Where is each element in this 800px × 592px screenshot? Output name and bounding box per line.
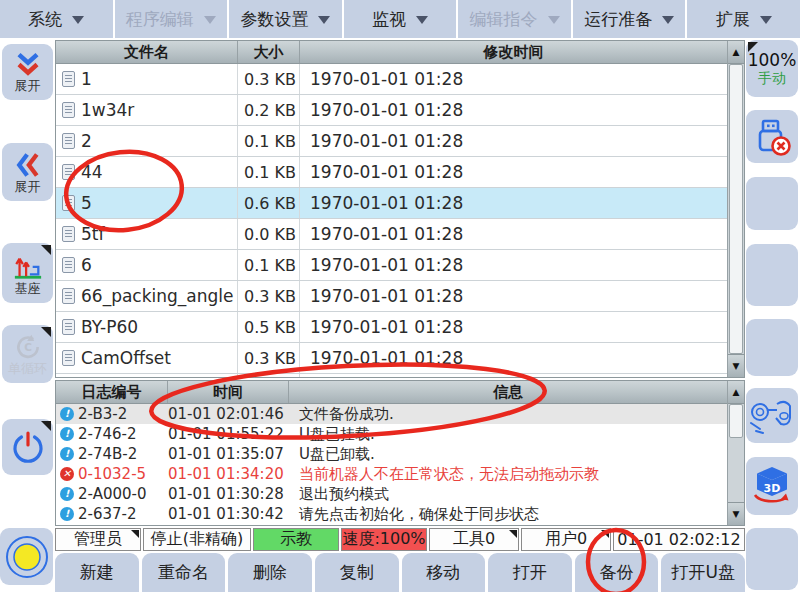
- log-table: 日志编号 时间 信息 !2-B3-2 01-01 02:01:46 文件备份成功…: [55, 380, 745, 526]
- rename-button[interactable]: 重命名: [142, 553, 226, 592]
- backup-button[interactable]: 备份: [575, 553, 659, 592]
- column-header-filename[interactable]: 文件名: [56, 41, 238, 63]
- menu-item-extend[interactable]: 扩展: [687, 0, 800, 38]
- sidebar-button-label: 基座: [15, 282, 41, 296]
- file-row[interactable]: 1 0.3 KB 1970-01-01 01:28: [56, 64, 727, 95]
- sidebar-servo-button[interactable]: [0, 528, 53, 585]
- new-file-button[interactable]: 新建: [55, 553, 139, 592]
- file-mtime: 1970-01-01 01:28: [300, 126, 727, 156]
- column-header-log-time[interactable]: 时间: [168, 381, 289, 403]
- file-row[interactable]: 5tf 0.0 KB 1970-01-01 01:28: [56, 219, 727, 250]
- file-row[interactable]: CamOffset 0.3 KB 1970-01-01 01:28: [56, 343, 727, 374]
- file-row[interactable]: INSPIRE_Hand_test_ 1.4 KB 1970-01-01 01:…: [56, 374, 727, 378]
- chevron-down-icon: [204, 16, 216, 24]
- button-label: 删除: [253, 561, 287, 584]
- file-name: BY-P60: [81, 317, 138, 337]
- log-scrollbar[interactable]: ▲ ▼: [727, 381, 744, 525]
- menu-item-program-edit[interactable]: 程序编辑: [115, 0, 228, 38]
- button-label: 重命名: [158, 561, 209, 584]
- file-icon: [62, 257, 75, 273]
- sidebar-base-frame-button[interactable]: 基座: [2, 243, 53, 303]
- sidebar-power-button[interactable]: [2, 419, 53, 475]
- column-header-size[interactable]: 大小: [238, 41, 300, 63]
- column-header-log-message[interactable]: 信息: [289, 381, 727, 403]
- menu-item-edit-command[interactable]: 编辑指令: [458, 0, 571, 38]
- menu-label: 运行准备: [584, 8, 652, 31]
- status-user-role[interactable]: 管理员: [55, 528, 141, 551]
- menu-label: 系统: [28, 8, 62, 31]
- menu-item-run-prepare[interactable]: 运行准备: [573, 0, 686, 38]
- column-header-log-code[interactable]: 日志编号: [56, 381, 168, 403]
- file-list-scrollbar[interactable]: ▲ ▼: [727, 41, 744, 377]
- file-row[interactable]: BY-P60 0.5 KB 1970-01-01 01:28: [56, 312, 727, 343]
- right-sidebar-empty-slot-2[interactable]: [746, 244, 798, 306]
- file-row-selected[interactable]: 5 0.6 KB 1970-01-01 01:28: [56, 188, 727, 219]
- log-row[interactable]: !2-637-2 01-01 01:30:42 请先点击初始化，确保处于同步状态: [56, 504, 727, 524]
- file-row[interactable]: 44 0.1 KB 1970-01-01 01:28: [56, 157, 727, 188]
- column-header-mtime[interactable]: 修改时间: [300, 41, 727, 63]
- sidebar-expand-left-button[interactable]: 展开: [2, 143, 53, 201]
- status-clock: 01-01 02:02:12: [613, 528, 745, 551]
- usb-eject-button[interactable]: [746, 110, 798, 163]
- log-message: U盘已挂载.: [289, 425, 727, 444]
- file-mtime: 1970-01-01 01:28: [300, 281, 727, 311]
- log-message: U盘已卸载.: [289, 445, 727, 464]
- file-name: CamOffset: [81, 348, 171, 368]
- delete-button[interactable]: 删除: [228, 553, 312, 592]
- log-row-selected[interactable]: !2-B3-2 01-01 02:01:46 文件备份成功.: [56, 404, 727, 424]
- move-button[interactable]: 移动: [402, 553, 486, 592]
- drag-teach-button[interactable]: [746, 388, 798, 443]
- log-row-error[interactable]: ✕0-1032-5 01-01 01:34:20 当前机器人不在正常状态，无法启…: [56, 464, 727, 484]
- scroll-up-icon[interactable]: ▲: [728, 381, 744, 404]
- log-row[interactable]: !2-746-2 01-01 01:55:22 U盘已挂载.: [56, 424, 727, 444]
- file-row[interactable]: 2 0.1 KB 1970-01-01 01:28: [56, 126, 727, 157]
- sidebar-expand-down-button[interactable]: 展开: [2, 44, 53, 100]
- sidebar-button-label: 单循环: [8, 362, 47, 376]
- status-user-frame[interactable]: 用户0: [521, 528, 611, 551]
- scrollbar-thumb[interactable]: [729, 64, 743, 354]
- chevron-down-icon: [662, 16, 674, 24]
- button-label: 打开: [513, 561, 547, 584]
- file-row[interactable]: 6 0.1 KB 1970-01-01 01:28: [56, 250, 727, 281]
- scroll-up-icon[interactable]: ▲: [728, 41, 744, 64]
- file-row[interactable]: 1w34r 0.2 KB 1970-01-01 01:28: [56, 95, 727, 126]
- view-3d-button[interactable]: 3D: [746, 457, 798, 515]
- menu-item-system[interactable]: 系统: [0, 0, 113, 38]
- base-coordinate-icon: [12, 251, 44, 281]
- file-name: 5: [81, 193, 92, 213]
- log-code: 0-1032-5: [78, 465, 146, 483]
- info-icon: !: [60, 407, 74, 421]
- corner-mark-icon: [41, 327, 51, 337]
- file-row[interactable]: 66_packing_angle 0.3 KB 1970-01-01 01:28: [56, 281, 727, 312]
- cube-3d-icon: 3D: [749, 465, 795, 507]
- file-mtime: 1970-01-01 01:28: [300, 188, 727, 218]
- corner-mark-icon: [748, 42, 758, 52]
- right-sidebar-empty-slot-1[interactable]: [746, 177, 798, 230]
- sidebar-single-cycle-button[interactable]: C 单循环: [2, 325, 53, 383]
- speed-mode-button[interactable]: 100% 手动: [746, 40, 798, 97]
- corner-mark-icon: [41, 421, 51, 431]
- log-row[interactable]: !2-74B-2 01-01 01:35:07 U盘已卸载.: [56, 444, 727, 464]
- open-button[interactable]: 打开: [488, 553, 572, 592]
- right-sidebar-empty-slot-3[interactable]: [746, 319, 798, 376]
- open-usb-button[interactable]: 打开U盘: [661, 553, 745, 592]
- copy-button[interactable]: 复制: [315, 553, 399, 592]
- file-size: 0.6 KB: [238, 188, 300, 218]
- info-icon: !: [60, 447, 74, 461]
- scroll-down-icon[interactable]: ▼: [728, 502, 744, 525]
- log-message: 退出预约模式: [289, 485, 727, 504]
- log-row[interactable]: !2-A000-0 01-01 01:30:28 退出预约模式: [56, 484, 727, 504]
- menu-item-param-settings[interactable]: 参数设置: [229, 0, 342, 38]
- file-mtime: 1970-01-01 01:29: [300, 374, 727, 378]
- scrollbar-thumb[interactable]: [729, 404, 743, 438]
- servo-indicator-icon: [4, 534, 50, 580]
- status-tool[interactable]: 工具0: [429, 528, 519, 551]
- svg-text:3D: 3D: [764, 482, 781, 495]
- log-code: 2-746-2: [78, 425, 137, 443]
- scroll-down-icon[interactable]: ▼: [728, 354, 744, 377]
- drag-teach-hand-icon: [749, 397, 795, 435]
- right-sidebar-empty-slot-4[interactable]: [746, 528, 798, 590]
- status-bar: 管理员 停止(非精确) 示教 速度:100% 工具0 用户0 01-01 02:…: [55, 528, 745, 551]
- menu-item-monitor[interactable]: 监视: [344, 0, 457, 38]
- file-icon: [62, 226, 75, 242]
